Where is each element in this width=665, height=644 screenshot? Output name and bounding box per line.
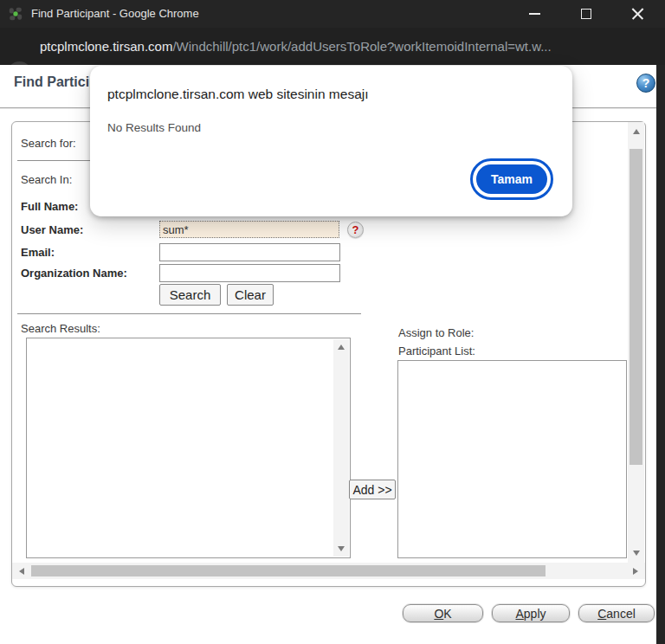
panel-scroll-down-icon[interactable] (628, 547, 644, 559)
add-button[interactable]: Add >> (349, 480, 396, 499)
alert-dialog-title: ptcplmclone.tirsan.com web sitesinin mes… (107, 87, 369, 102)
panel-vertical-scrollbar[interactable] (628, 122, 644, 563)
user-name-input[interactable] (159, 221, 339, 238)
help-icon[interactable]: ? (636, 74, 655, 93)
minimize-icon (529, 13, 540, 15)
results-scrollbar[interactable] (333, 339, 349, 557)
user-name-label: User Name: (21, 223, 83, 236)
panel-vertical-scroll-thumb[interactable] (629, 149, 642, 465)
search-for-label: Search for: (21, 137, 76, 150)
apply-button-label: Apply (515, 607, 546, 621)
ok-button[interactable]: OK (403, 604, 483, 622)
url-path: /Windchill/ptc1/work/addUsersToRole?work… (172, 39, 551, 54)
results-scroll-down-icon[interactable] (333, 543, 349, 555)
maximize-button[interactable] (566, 0, 606, 28)
email-input[interactable] (159, 243, 340, 261)
tamam-button[interactable]: Tamam (476, 164, 547, 194)
alert-dialog-message: No Results Found (107, 121, 201, 134)
required-question-glyph: ? (352, 223, 359, 236)
organization-name-label: Organization Name: (21, 267, 127, 280)
screen: Find Participant - Google Chrome ptcplmc… (0, 0, 665, 644)
assign-to-role-label: Assign to Role: (398, 326, 474, 339)
url-text[interactable]: ptcplmclone.tirsan.com/Windchill/ptc1/wo… (40, 28, 552, 65)
participant-listbox[interactable] (397, 360, 627, 558)
minimize-button[interactable] (514, 0, 554, 28)
search-in-label: Search In: (21, 173, 72, 186)
maximize-icon (581, 9, 591, 19)
question-mark-glyph: ? (642, 76, 650, 90)
panel-scroll-left-icon[interactable] (16, 563, 28, 579)
search-button[interactable]: Search (159, 284, 221, 306)
panel-scroll-up-icon[interactable] (628, 126, 644, 138)
url-bar: ptcplmclone.tirsan.com/Windchill/ptc1/wo… (0, 28, 665, 65)
email-label: Email: (21, 246, 55, 259)
form-divider-bottom (17, 313, 361, 314)
alert-dialog: ptcplmclone.tirsan.com web sitesinin mes… (90, 66, 572, 216)
results-scroll-up-icon[interactable] (333, 341, 349, 353)
participant-list-label: Participant List: (398, 345, 475, 357)
close-icon (631, 8, 644, 21)
windchill-app-icon (9, 7, 23, 21)
panel-horizontal-scrollbar[interactable] (12, 563, 645, 579)
cancel-button-label: Cancel (597, 607, 636, 621)
tamam-button-focus-ring: Tamam (470, 158, 553, 200)
clear-button[interactable]: Clear (227, 284, 274, 306)
panel-horizontal-scroll-thumb[interactable] (31, 565, 546, 576)
required-field-icon[interactable]: ? (347, 222, 364, 238)
window-title: Find Participant - Google Chrome (31, 0, 199, 28)
ok-button-label: OK (434, 607, 451, 621)
search-results-label: Search Results: (21, 322, 100, 335)
panel-scroll-right-icon[interactable] (629, 563, 642, 579)
full-name-label: Full Name: (21, 200, 78, 213)
close-button[interactable] (617, 0, 657, 28)
url-domain: ptcplmclone.tirsan.com (40, 39, 172, 54)
organization-name-input[interactable] (159, 264, 340, 282)
apply-button[interactable]: Apply (492, 604, 570, 622)
cancel-button[interactable]: Cancel (578, 604, 655, 622)
window-titlebar: Find Participant - Google Chrome (0, 0, 665, 28)
search-results-listbox[interactable] (26, 338, 351, 558)
